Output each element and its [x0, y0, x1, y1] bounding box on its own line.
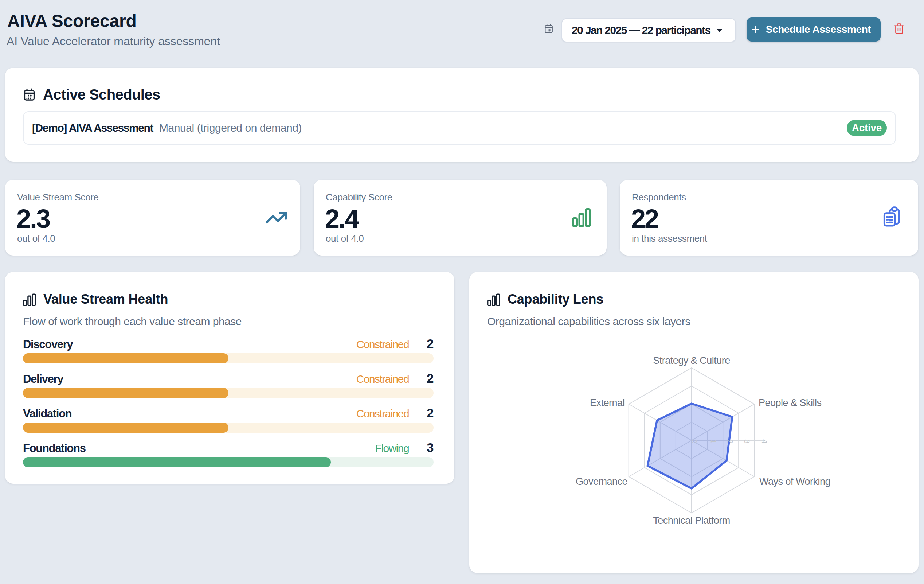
svg-text:Ways of Working: Ways of Working — [759, 476, 830, 487]
svg-text:2: 2 — [726, 439, 734, 443]
svg-text:External: External — [590, 397, 624, 408]
svg-text:Governance: Governance — [576, 476, 627, 487]
svg-text:3: 3 — [743, 439, 751, 443]
svg-text:4: 4 — [761, 439, 769, 443]
svg-text:Strategy & Culture: Strategy & Culture — [653, 355, 730, 366]
svg-text:1: 1 — [710, 439, 718, 443]
svg-text:0: 0 — [690, 439, 698, 443]
svg-text:People & Skills: People & Skills — [759, 397, 822, 408]
svg-text:Technical Platform: Technical Platform — [653, 515, 730, 526]
